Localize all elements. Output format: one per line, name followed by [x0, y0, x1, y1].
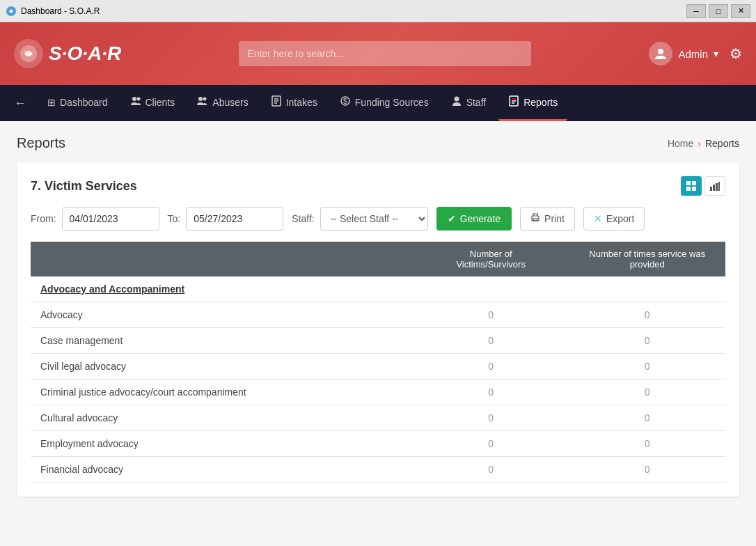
- category-label: Advocacy and Accompaniment: [31, 276, 725, 302]
- user-name: Admin: [678, 48, 708, 60]
- maximize-button[interactable]: □: [709, 4, 728, 18]
- breadcrumb: Home › Reports: [668, 138, 739, 149]
- staff-icon: [451, 95, 462, 109]
- intakes-icon: [271, 95, 282, 109]
- svg-rect-24: [713, 185, 715, 191]
- service-name: Advocacy: [31, 302, 413, 328]
- to-date-group: To:: [168, 207, 284, 231]
- card-header: 7. Victim Services: [31, 176, 725, 196]
- to-date-input[interactable]: [186, 207, 283, 231]
- dashboard-icon: ⊞: [47, 97, 56, 108]
- chart-view-button[interactable]: [704, 176, 725, 196]
- back-button[interactable]: ←: [6, 91, 35, 116]
- nav-intakes[interactable]: Intakes: [261, 85, 327, 121]
- title-bar: Dashboard - S.O.A.R ─ □ ✕: [0, 0, 756, 22]
- victims-count: 0: [413, 405, 569, 431]
- filter-row: From: To: Staff: -- Select Staff -- ✔ Ge…: [31, 207, 725, 231]
- svg-text:$: $: [343, 98, 347, 105]
- svg-rect-22: [692, 187, 696, 191]
- table-wrapper: Number ofVictims/Survivors Number of tim…: [31, 242, 725, 483]
- nav-staff-label: Staff: [466, 97, 487, 108]
- app-header: S·O·A·R Admin ▾ ⚙: [0, 22, 756, 85]
- logo-text: S·O·A·R: [49, 42, 121, 65]
- service-name: Cultural advocacy: [31, 405, 413, 431]
- staff-group: Staff: -- Select Staff --: [292, 207, 427, 231]
- table-row: Cultural advocacy 0 0: [31, 405, 725, 431]
- svg-point-5: [136, 98, 140, 101]
- generate-label: Generate: [460, 213, 501, 224]
- category-row-advocacy: Advocacy and Accompaniment: [31, 276, 725, 302]
- table-header: Number ofVictims/Survivors Number of tim…: [31, 242, 725, 276]
- clients-icon: [130, 95, 141, 109]
- nav-clients[interactable]: Clients: [120, 85, 185, 121]
- svg-rect-20: [692, 181, 696, 185]
- export-icon: ✕: [594, 213, 602, 224]
- reports-card: 7. Victim Services From: To: Staff:: [17, 162, 739, 497]
- from-date-input[interactable]: [62, 207, 159, 231]
- nav-clients-label: Clients: [145, 97, 175, 108]
- breadcrumb-separator: ›: [698, 138, 701, 149]
- print-label: Print: [544, 213, 565, 224]
- svg-point-3: [658, 49, 663, 54]
- times-count: 0: [569, 302, 725, 328]
- service-name: Criminal justice advocacy/court accompan…: [31, 380, 413, 405]
- times-count: 0: [569, 431, 725, 457]
- header-right: Admin ▾ ⚙: [649, 42, 742, 65]
- minimize-button[interactable]: ─: [686, 4, 706, 18]
- table-row: Case management 0 0: [31, 328, 725, 354]
- generate-button[interactable]: ✔ Generate: [436, 207, 512, 231]
- times-count: 0: [569, 405, 725, 431]
- col-victims: Number ofVictims/Survivors: [413, 242, 569, 276]
- victims-count: 0: [413, 431, 569, 457]
- window-controls: ─ □ ✕: [686, 4, 750, 18]
- nav-reports-label: Reports: [523, 97, 558, 108]
- times-count: 0: [569, 457, 725, 483]
- nav-funding-sources[interactable]: $ Funding Sources: [330, 85, 439, 121]
- victims-count: 0: [413, 302, 569, 328]
- from-date-group: From:: [31, 207, 159, 231]
- staff-label: Staff:: [292, 213, 314, 224]
- nav-dashboard-label: Dashboard: [60, 97, 108, 108]
- user-menu[interactable]: Admin ▾: [649, 42, 718, 65]
- svg-rect-25: [716, 183, 718, 191]
- service-name: Employment advocacy: [31, 431, 413, 457]
- close-button[interactable]: ✕: [731, 4, 750, 18]
- main-content: Reports Home › Reports 7. Victim Service…: [0, 121, 756, 546]
- logo-icon: [14, 39, 43, 68]
- abusers-icon: [197, 95, 208, 109]
- table-row: Financial advocacy 0 0: [31, 457, 725, 483]
- breadcrumb-home[interactable]: Home: [668, 138, 693, 149]
- victims-count: 0: [413, 354, 569, 380]
- svg-rect-26: [718, 182, 720, 191]
- settings-icon[interactable]: ⚙: [730, 45, 742, 62]
- search-bar[interactable]: [239, 41, 531, 66]
- nav-dashboard[interactable]: ⊞ Dashboard: [38, 85, 118, 121]
- nav-reports[interactable]: Reports: [498, 85, 567, 121]
- funding-icon: $: [340, 95, 351, 109]
- breadcrumb-row: Reports Home › Reports: [17, 135, 739, 151]
- table-row: Employment advocacy 0 0: [31, 431, 725, 457]
- service-name: Case management: [31, 328, 413, 354]
- logo-area: S·O·A·R: [14, 39, 121, 68]
- svg-rect-28: [533, 219, 537, 221]
- to-label: To:: [168, 213, 181, 224]
- export-button[interactable]: ✕ Export: [583, 207, 645, 231]
- service-name: Financial advocacy: [31, 457, 413, 483]
- view-toggle: [681, 176, 725, 196]
- svg-point-2: [24, 50, 27, 53]
- grid-view-button[interactable]: [681, 176, 702, 196]
- print-button[interactable]: Print: [520, 207, 575, 231]
- window-title: Dashboard - S.O.A.R: [21, 6, 100, 16]
- table-body: Advocacy and Accompaniment Advocacy 0 0 …: [31, 276, 725, 483]
- nav-staff[interactable]: Staff: [441, 85, 496, 121]
- card-title: 7. Victim Services: [31, 179, 137, 194]
- svg-point-6: [198, 97, 203, 101]
- nav-abusers[interactable]: Abusers: [187, 85, 258, 121]
- search-input[interactable]: [239, 41, 531, 66]
- staff-select[interactable]: -- Select Staff --: [320, 207, 428, 231]
- svg-point-14: [454, 97, 459, 102]
- user-avatar: [649, 42, 672, 65]
- times-count: 0: [569, 328, 725, 354]
- user-dropdown-icon: ▾: [714, 48, 718, 59]
- svg-point-4: [132, 97, 136, 101]
